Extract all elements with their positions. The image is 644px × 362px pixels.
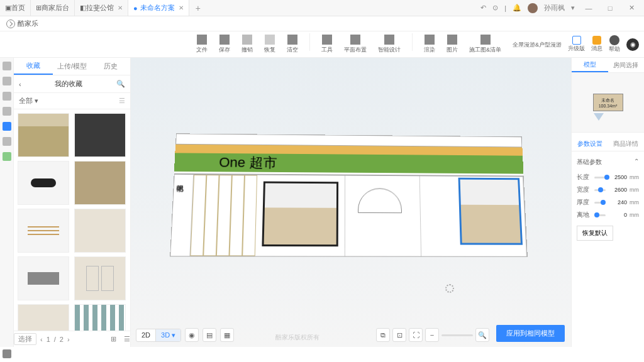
ptab-params[interactable]: 参数设置	[572, 136, 608, 151]
tool-redo[interactable]: 恢复	[262, 33, 278, 55]
thumb-item[interactable]	[18, 304, 69, 331]
tool-image[interactable]: 图片	[444, 33, 460, 55]
left-panel: 收藏 上传/模型 历史 ‹ 我的收藏 🔍 全部 ▾ ☰ 选择 ‹	[14, 58, 131, 347]
bell-icon	[592, 36, 601, 45]
param-value: 2600	[608, 187, 627, 193]
tool-file[interactable]: 文件	[194, 33, 210, 55]
view-full[interactable]: ⛶	[409, 328, 423, 342]
thumb-item[interactable]	[18, 209, 69, 253]
list-icon[interactable]: ☰	[124, 335, 130, 343]
rail-light[interactable]	[3, 77, 11, 85]
page-next[interactable]: ›	[67, 336, 70, 343]
minimap[interactable]: 未命名 100.34m²	[572, 73, 644, 133]
rail-layers[interactable]	[3, 137, 11, 146]
thumb-item[interactable]	[74, 209, 126, 253]
messages-button[interactable]: 消息	[591, 36, 602, 53]
filter-select[interactable]: 全部 ▾	[19, 96, 38, 106]
view-grid[interactable]: ▦	[220, 328, 234, 342]
titlebar-right: ↶ ⊙ | 🔔 孙雨枫 ▾ — □ ✕	[480, 3, 644, 13]
section-title[interactable]: 基础参数⌃	[577, 155, 639, 169]
window-black[interactable]	[262, 182, 338, 247]
view-eye[interactable]: ◉	[185, 328, 199, 342]
window-max[interactable]: □	[602, 4, 618, 12]
tab-upload[interactable]: 上传/模型	[53, 58, 92, 75]
window-close[interactable]: ✕	[624, 4, 639, 12]
rail-leaf[interactable]	[3, 152, 11, 161]
rtab-room[interactable]: 房间选择	[608, 58, 645, 72]
tool-plan[interactable]: 平面布置	[341, 33, 369, 55]
canvas-3d[interactable]: One 超市 休闲书吧 2D 3D ▾ ◉ ▤ ▦ 酷家乐版权所有 ⧉ ⊡	[131, 58, 571, 347]
view-2d[interactable]: 2D	[136, 329, 156, 341]
thumb-item[interactable]	[74, 161, 126, 205]
tab-merchant[interactable]: ⊞ 商家后台	[31, 0, 75, 16]
help-button[interactable]: 帮助	[609, 35, 620, 53]
param-value: 0	[608, 212, 627, 218]
tab-home[interactable]: ▣ 首页	[0, 0, 31, 16]
notif-icon[interactable]: 🔔	[513, 4, 521, 12]
minimap-room[interactable]: 未命名 100.34m²	[593, 94, 623, 111]
param-slider[interactable]	[594, 189, 606, 191]
undo-icon[interactable]: ↶	[480, 4, 486, 12]
rail-home[interactable]	[3, 62, 11, 70]
tool-vr[interactable]: 全屋漫游&户型漫游	[510, 33, 564, 55]
view-3d[interactable]: 3D ▾	[156, 329, 180, 341]
thumb-item[interactable]	[74, 113, 126, 157]
loading-spinner	[445, 284, 454, 293]
brand-logo[interactable]: 酷家乐	[6, 19, 38, 28]
building-model[interactable]: One 超市 休闲书吧	[169, 133, 528, 266]
rtab-model[interactable]: 模型	[572, 58, 608, 72]
param-slider[interactable]	[594, 214, 606, 216]
thumb-item[interactable]	[18, 113, 69, 157]
search-icon[interactable]: 🔍	[116, 80, 125, 88]
tool-export[interactable]: 施工图&清单	[467, 33, 504, 55]
window-selected[interactable]	[458, 178, 523, 245]
list-view-icon[interactable]: ☰	[119, 97, 125, 105]
thumb-item[interactable]	[74, 256, 126, 300]
zoom-in[interactable]: 🔍	[475, 328, 489, 342]
close-icon[interactable]: ✕	[118, 4, 123, 11]
view-fit[interactable]: ⊡	[392, 328, 406, 342]
avatar[interactable]	[528, 3, 538, 13]
page-prev[interactable]: ‹	[40, 336, 43, 343]
tab-active[interactable]: ●未命名方案✕	[128, 0, 189, 16]
reset-button[interactable]: 恢复默认	[577, 226, 613, 241]
rail-door[interactable]	[3, 107, 11, 116]
watermark: 酷家乐版权所有	[275, 333, 319, 342]
door[interactable]	[190, 175, 257, 256]
tab-history[interactable]: 历史	[91, 58, 130, 75]
upgrade-button[interactable]: 升级版	[568, 36, 585, 53]
page-total: 2	[60, 336, 64, 343]
tool-smart[interactable]: 智能设计	[375, 33, 403, 55]
tab-project[interactable]: ◧ 拉斐公馆✕	[75, 0, 128, 16]
thumb-item[interactable]	[18, 256, 69, 300]
camera-icon[interactable]	[594, 113, 604, 121]
tool-tools[interactable]: 工具	[319, 33, 335, 55]
rail-box[interactable]	[3, 92, 11, 101]
window-min[interactable]: —	[581, 4, 596, 12]
view-layers[interactable]: ▤	[203, 328, 216, 342]
rail-person[interactable]	[3, 122, 11, 131]
tab-favorites[interactable]: 收藏	[14, 58, 53, 75]
new-tab-button[interactable]: +	[189, 3, 207, 13]
tool-undo[interactable]: 撤销	[239, 33, 255, 55]
zoom-out[interactable]: −	[425, 328, 439, 342]
view-help[interactable]: ⧉	[376, 328, 390, 342]
thumb-item[interactable]	[18, 161, 69, 205]
tool-render[interactable]: 渲染	[421, 33, 438, 55]
ptab-details[interactable]: 商品详情	[608, 136, 645, 151]
zoom-slider[interactable]	[441, 334, 473, 336]
thumb-item[interactable]	[74, 304, 126, 331]
settings-icon[interactable]	[3, 349, 11, 358]
filter-button[interactable]: 选择	[14, 333, 36, 345]
dropdown-icon[interactable]: ▾	[571, 4, 575, 12]
param-slider[interactable]	[594, 177, 606, 178]
assistant-button[interactable]: ◉	[626, 38, 639, 51]
grid-icon[interactable]: ⊞	[111, 335, 116, 343]
username[interactable]: 孙雨枫	[544, 3, 565, 13]
tool-clear[interactable]: 清空	[284, 33, 301, 55]
close-icon[interactable]: ✕	[179, 4, 184, 11]
help-icon[interactable]: ⊙	[492, 4, 498, 12]
tool-save[interactable]: 保存	[216, 33, 233, 55]
apply-button[interactable]: 应用到相同模型	[496, 325, 565, 342]
param-slider[interactable]	[594, 202, 606, 204]
